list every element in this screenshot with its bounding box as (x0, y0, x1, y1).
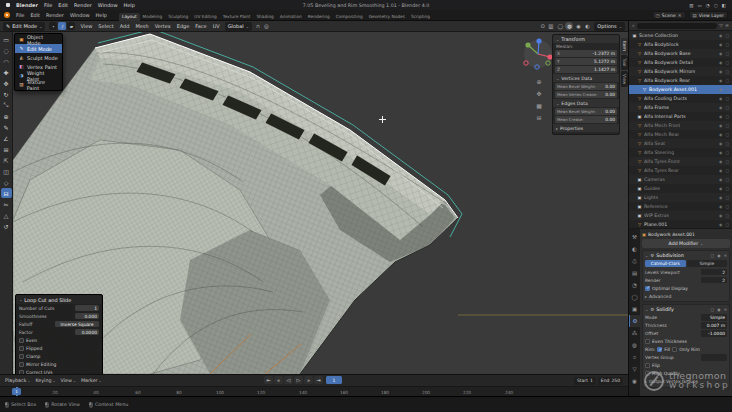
macos-status-icon[interactable]: ○ (714, 3, 718, 8)
tool-button[interactable]: ∠ (1, 133, 12, 143)
workspace-tab[interactable]: Rendering (305, 13, 333, 21)
collapse-icon[interactable]: ⌄ (556, 76, 559, 81)
tool-button[interactable]: ◇ (1, 177, 12, 187)
properties-panel-header[interactable]: ▸ Properties (553, 124, 619, 132)
collapse-icon[interactable]: ⌄ (645, 253, 648, 258)
edge-data-field[interactable]: Mean Bevel Weight: 0.00 (555, 108, 617, 115)
visibility-toggles[interactable]: ◉ ▢ (719, 123, 730, 128)
timeline-menu-item[interactable]: Keying ⌄ (35, 378, 55, 383)
visibility-toggles[interactable]: ◉ ▢ (719, 96, 730, 101)
checkbox[interactable] (19, 362, 24, 367)
proportional-edit-icon[interactable]: ◎ (264, 23, 269, 29)
checkbox[interactable] (672, 347, 677, 352)
median-field[interactable]: Y 5.1272 m (555, 58, 617, 65)
timeline-menu-item[interactable]: View ⌄ (61, 378, 76, 383)
tool-button[interactable]: ▭ (1, 34, 12, 44)
outliner-row[interactable]: ▽ Alfa Tyres Rear ◉ ▢ (629, 166, 732, 175)
outliner-row[interactable]: ▽ Alfa Seat ◉ ▢ (629, 139, 732, 148)
delete-modifier-icon[interactable]: ✕ (724, 253, 727, 258)
outliner-search-input[interactable] (637, 23, 718, 29)
outliner-row[interactable]: ▽ Alfa Steering ◉ ▢ (629, 148, 732, 157)
falloff-dropdown[interactable]: Inverse Square (55, 321, 99, 328)
select-mode-button[interactable]: ∕ (58, 22, 66, 30)
transport-button[interactable]: » (304, 376, 313, 384)
playhead-frame-label[interactable]: 1 (12, 388, 21, 395)
offset-field[interactable]: -1.0000 (701, 330, 727, 337)
outliner-row[interactable]: ▣ Guides ◉ ▢ (629, 184, 732, 193)
mode-menu-item[interactable]: ◭ Sculpt Mode (15, 53, 62, 62)
collapse-icon[interactable]: ⌄ (556, 101, 559, 106)
workspace-tab[interactable]: Compositing (333, 13, 366, 21)
collapse-icon[interactable]: ⌄ (645, 307, 648, 312)
transport-button[interactable]: « (274, 376, 283, 384)
outliner-row[interactable]: ▽ Alfa Mech Front ◉ ▢ (629, 121, 732, 130)
outliner-row[interactable]: ▽ Alfa Mech Rear ◉ ▢ (629, 130, 732, 139)
modifier-display-toggles[interactable]: ▢ ◉ (711, 253, 722, 258)
outliner-row[interactable]: ▣ Lights ◉ ▢ (629, 193, 732, 202)
tool-button[interactable]: ✚ (1, 67, 12, 77)
advanced-section[interactable]: ▸ Advanced (643, 292, 729, 300)
viewport-3d[interactable]: ⊕ ✥ ▦ ⊞ ▣ Object Mode ✎ Edit Mode ◭ Scul… (13, 32, 628, 374)
viewport-menu-item[interactable]: View (79, 23, 93, 29)
outliner-row[interactable]: ▽ Alfa Bodywork Mirrors ◉ ▢ (629, 67, 732, 76)
visibility-toggles[interactable]: ◉ ▢ (719, 51, 730, 56)
properties-tab[interactable]: ⌗ (629, 351, 640, 363)
outliner-row[interactable]: ▽ Bodywork Asset.001 ◉ ▢ (629, 85, 732, 94)
scene-selector[interactable]: ◳ Scene ✕ (652, 11, 686, 19)
camera-view-icon[interactable]: ▦ (534, 100, 544, 110)
modifier-header[interactable]: ⌄ ⚙ Solidify ▢ ◉ ✕ (643, 305, 729, 314)
tool-button[interactable]: ⊟ (1, 188, 12, 198)
tool-button[interactable]: ✎ (1, 122, 12, 132)
visibility-toggles[interactable]: ◉ ▢ (719, 141, 730, 146)
visibility-toggles[interactable]: ◉ ▢ (719, 42, 730, 47)
toggle-ortho-icon[interactable]: ⊞ (534, 112, 544, 122)
visibility-toggles[interactable]: ◉ ▢ (719, 168, 730, 173)
macos-status-icon[interactable]: ▥ (689, 3, 693, 8)
transport-button[interactable]: ⇥ (314, 376, 323, 384)
shading-mode-button[interactable]: ◐ (583, 22, 591, 30)
visibility-toggles[interactable]: ◉ ▢ (719, 87, 730, 92)
outliner-row[interactable]: ▽ Alfa Bodywork Rear ◉ ▢ (629, 76, 732, 85)
topbar-menu-item[interactable]: Render (45, 12, 65, 18)
gizmo-z-axis[interactable] (536, 38, 541, 43)
properties-tab[interactable]: ⚒ (629, 231, 640, 243)
levels-viewport-field[interactable]: 2 (701, 269, 727, 276)
tool-button[interactable]: △ (1, 210, 12, 220)
visibility-toggles[interactable]: ◉ ▢ (719, 132, 730, 137)
workspace-tab[interactable]: UV Editing (191, 13, 219, 21)
tool-button[interactable]: ⤡ (1, 100, 12, 110)
vertices-data-header[interactable]: ⌄ Vertices Data (553, 74, 619, 82)
macos-status-icon[interactable]: ▭ (698, 3, 702, 8)
vertex-data-field[interactable]: Mean Bevel Weight: 0.00 (555, 83, 617, 90)
checkbox[interactable] (19, 354, 24, 359)
outliner-row[interactable]: ▣ Alfa Internal Parts ◉ ▢ (629, 112, 732, 121)
app-menu[interactable]: Blender (16, 2, 38, 8)
macos-status-icon[interactable]: ◔ (706, 3, 710, 8)
shading-mode-button[interactable]: ◯ (556, 22, 564, 30)
properties-tab[interactable]: ◍ (629, 339, 640, 351)
tool-button[interactable]: ↺ (1, 221, 12, 231)
properties-tab[interactable]: ▤ (629, 267, 640, 279)
operator-panel-header[interactable]: ⌄ Loop Cut and Slide (16, 295, 102, 304)
modifier-header[interactable]: ⌄ ⚙ Subdivision ▢ ◉ ✕ (643, 251, 729, 260)
viewport-menu-item[interactable]: UV (212, 23, 221, 29)
mode-dropdown[interactable]: ✎ Edit Mode ⌄ (3, 22, 45, 31)
workspace-tab[interactable]: Modeling (140, 13, 166, 21)
checkbox[interactable] (645, 286, 650, 291)
macos-menu-item[interactable]: File (44, 2, 52, 8)
macos-menu-item[interactable]: Render (74, 2, 92, 8)
properties-tab[interactable]: ▣ (629, 303, 640, 315)
vertex-group-field[interactable] (701, 354, 727, 361)
apple-menu-icon[interactable] (6, 3, 10, 7)
macos-menu-item[interactable]: Help (124, 2, 135, 8)
tool-button[interactable]: ⇱ (1, 155, 12, 165)
pan-hand-icon[interactable]: ✥ (534, 88, 544, 98)
tool-button[interactable]: ◠ (1, 56, 12, 66)
edges-data-header[interactable]: ⌄ Edges Data (553, 99, 619, 107)
topbar-menu-item[interactable]: Help (95, 12, 108, 18)
tool-button[interactable]: ↻ (1, 89, 12, 99)
visibility-toggles[interactable]: ◉ ▢ (719, 159, 730, 164)
unlink-icon[interactable]: ✕ (678, 13, 682, 18)
viewport-menu-item[interactable]: Edge (176, 23, 191, 29)
outliner-row[interactable]: ▽ Alfa Bodyblock ◉ ▢ (629, 40, 732, 49)
